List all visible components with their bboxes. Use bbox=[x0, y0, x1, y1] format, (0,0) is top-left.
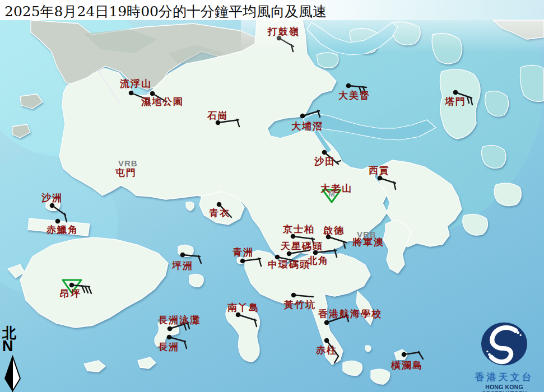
station-dot-kings-park bbox=[291, 234, 296, 239]
station-dot-lau-fau-shan bbox=[129, 91, 134, 96]
station-dot-wetland-park bbox=[150, 91, 155, 96]
station-dot-tai-po-kau bbox=[300, 114, 305, 119]
station-dot-kai-tak bbox=[326, 235, 331, 240]
station-dot-central-pier bbox=[275, 255, 280, 260]
station-dot-stanley bbox=[324, 338, 329, 343]
wind-map: 2025年8月24日19時00分的十分鐘平均風向及風速 打鼓嶺流浮山濕地公園石崗… bbox=[0, 0, 544, 392]
north-letter: N bbox=[2, 339, 27, 353]
hko-logo-en: HONG KONG OBSERVATORY bbox=[463, 384, 544, 392]
hko-logo-icon bbox=[478, 320, 530, 367]
station-dot-cheung-chau-beach bbox=[168, 326, 173, 332]
station-dot-ngong-ping bbox=[69, 283, 75, 288]
station-dot-chek-lap-kok bbox=[55, 219, 61, 224]
station-dot-tai-mei-tuk bbox=[346, 83, 351, 88]
land-cheung-chau bbox=[155, 321, 179, 347]
station-dot-green-island bbox=[240, 259, 245, 264]
map-title: 2025年8月24日19時00分的十分鐘平均風向及風速 bbox=[4, 2, 327, 21]
wind-barb-hk-sea-school bbox=[327, 315, 348, 323]
land-lamma bbox=[226, 305, 260, 362]
land-hk-island bbox=[245, 250, 370, 365]
station-dot-tap-mun bbox=[453, 90, 458, 95]
station-dot-hk-sea-school bbox=[324, 320, 329, 325]
station-dot-ta-kwu-ling bbox=[277, 36, 282, 41]
station-dot-sai-kung bbox=[378, 176, 383, 181]
north-arrow bbox=[2, 354, 22, 392]
land-lantau bbox=[20, 237, 168, 328]
station-dot-cheung-chau bbox=[167, 335, 172, 340]
wind-barb-cheung-chau bbox=[169, 337, 185, 342]
station-dot-peng-chau bbox=[180, 253, 185, 258]
station-dot-waglan-island bbox=[402, 352, 407, 357]
station-dot-shek-kong bbox=[216, 120, 221, 125]
hko-logo: 香港天文台 HONG KONG OBSERVATORY bbox=[463, 320, 544, 392]
station-dot-star-ferry bbox=[287, 251, 292, 256]
hko-logo-cn: 香港天文台 bbox=[463, 371, 544, 384]
station-dot-sha-chau bbox=[50, 203, 55, 208]
station-dot-sha-tin bbox=[322, 150, 327, 155]
station-dot-lamma-island bbox=[236, 312, 241, 318]
station-dot-tsing-yi bbox=[217, 202, 222, 207]
station-dot-north-point bbox=[313, 250, 318, 255]
north-indicator: 北 N bbox=[2, 326, 27, 392]
station-dot-wong-chuk-hang bbox=[291, 293, 296, 298]
wind-barb-waglan-island bbox=[419, 352, 423, 359]
